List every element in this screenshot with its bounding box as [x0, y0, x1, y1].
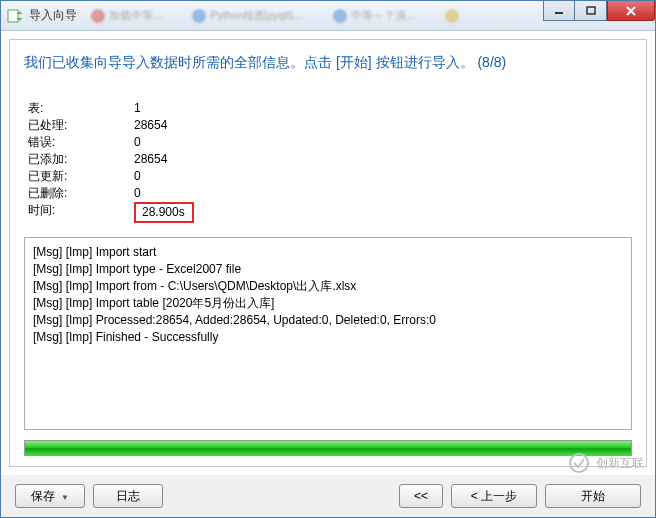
watermark-icon — [568, 452, 590, 474]
stat-row: 已添加:28654 — [28, 151, 632, 168]
stat-row: 已删除:0 — [28, 185, 632, 202]
log-line: [Msg] [Imp] Processed:28654, Added:28654… — [33, 312, 623, 329]
prev-button-label: < 上一步 — [471, 488, 517, 505]
stat-row: 已处理:28654 — [28, 117, 632, 134]
log-line: [Msg] [Imp] Finished - Successfully — [33, 329, 623, 346]
import-wizard-window: 导入向导 加载中等... Python绘图pyqt5... 中等～？演... 我… — [0, 0, 656, 518]
watermark-text: 创新互联 — [596, 455, 644, 472]
start-button[interactable]: 开始 — [545, 484, 641, 508]
close-button[interactable] — [607, 1, 655, 21]
stat-label: 已更新: — [28, 168, 134, 185]
stat-label: 已删除: — [28, 185, 134, 202]
log-line: [Msg] [Imp] Import type - Excel2007 file — [33, 261, 623, 278]
background-tabs-blur: 加载中等... Python绘图pyqt5... 中等～？演... — [91, 3, 535, 28]
svg-rect-2 — [587, 7, 595, 14]
stats-table: 表:1已处理:28654错误:0已添加:28654已更新:0已删除:0时间:28… — [28, 100, 632, 223]
progress-fill — [25, 441, 631, 455]
start-button-label: 开始 — [581, 488, 605, 505]
stat-label: 表: — [28, 100, 134, 117]
app-icon — [7, 8, 23, 24]
first-button[interactable]: << — [399, 484, 443, 508]
first-button-label: << — [414, 489, 428, 503]
progress-bar — [24, 440, 632, 456]
stat-value: 0 — [134, 168, 141, 185]
titlebar: 导入向导 加载中等... Python绘图pyqt5... 中等～？演... — [1, 1, 655, 31]
stat-row: 表:1 — [28, 100, 632, 117]
svg-point-5 — [570, 454, 588, 472]
stat-row: 错误:0 — [28, 134, 632, 151]
stat-row: 已更新:0 — [28, 168, 632, 185]
log-line: [Msg] [Imp] Import start — [33, 244, 623, 261]
minimize-button[interactable] — [543, 1, 575, 21]
log-button-label: 日志 — [116, 488, 140, 505]
log-line: [Msg] [Imp] Import table [2020年5月份出入库] — [33, 295, 623, 312]
dropdown-icon: ▼ — [61, 493, 69, 502]
stat-value: 0 — [134, 134, 141, 151]
window-controls — [543, 1, 655, 21]
stat-value: 0 — [134, 185, 141, 202]
button-bar: 保存 ▼ 日志 << < 上一步 开始 — [1, 475, 655, 517]
stat-label: 已添加: — [28, 151, 134, 168]
dialog-body: 我们已收集向导导入数据时所需的全部信息。点击 [开始] 按钮进行导入。 (8/8… — [9, 39, 647, 467]
svg-rect-0 — [8, 10, 18, 22]
stat-row: 时间:28.900s — [28, 202, 632, 223]
window-title: 导入向导 — [29, 7, 77, 24]
log-button[interactable]: 日志 — [93, 484, 163, 508]
stat-value: 28.900s — [134, 202, 194, 223]
stat-value: 28654 — [134, 151, 167, 168]
prev-button[interactable]: < 上一步 — [451, 484, 537, 508]
save-button[interactable]: 保存 ▼ — [15, 484, 85, 508]
stat-value: 1 — [134, 100, 141, 117]
save-button-label: 保存 — [31, 488, 55, 505]
log-textarea[interactable]: [Msg] [Imp] Import start[Msg] [Imp] Impo… — [24, 237, 632, 430]
log-line: [Msg] [Imp] Import from - C:\Users\QDM\D… — [33, 278, 623, 295]
stat-label: 已处理: — [28, 117, 134, 134]
maximize-button[interactable] — [575, 1, 607, 21]
stat-value: 28654 — [134, 117, 167, 134]
stat-label: 时间: — [28, 202, 134, 223]
stat-label: 错误: — [28, 134, 134, 151]
time-highlight-box: 28.900s — [134, 202, 194, 223]
wizard-header-message: 我们已收集向导导入数据时所需的全部信息。点击 [开始] 按钮进行导入。 (8/8… — [24, 54, 632, 72]
watermark: 创新互联 — [568, 452, 644, 474]
